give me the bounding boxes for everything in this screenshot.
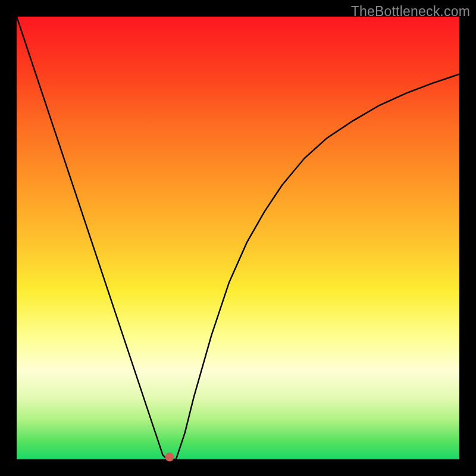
bottleneck-curve xyxy=(17,17,459,459)
chart-frame: TheBottleneck.com xyxy=(0,0,476,476)
watermark-text: TheBottleneck.com xyxy=(351,4,470,20)
plot-area xyxy=(17,17,459,459)
curve-layer xyxy=(17,17,459,459)
optimal-point-marker xyxy=(165,453,174,462)
